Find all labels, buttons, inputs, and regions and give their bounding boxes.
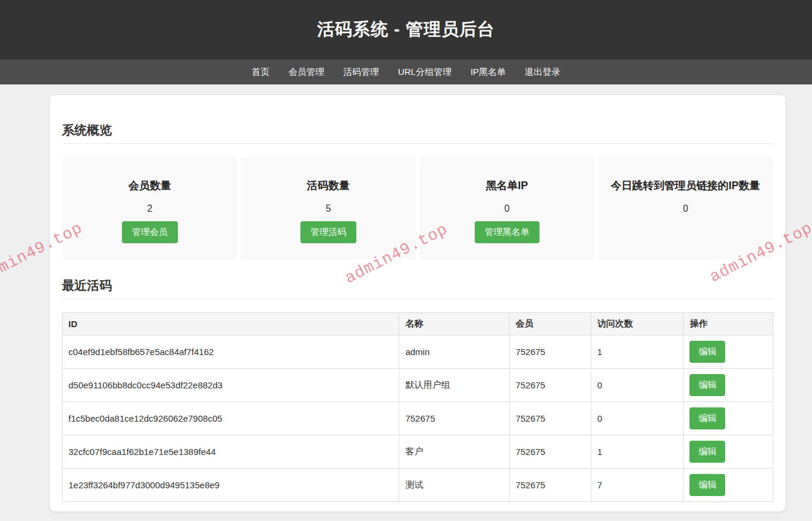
- nav-item-logout[interactable]: 退出登录: [525, 67, 560, 78]
- section-divider: [62, 299, 773, 299]
- col-header-name: 名称: [399, 313, 509, 335]
- content-card: 系统概览 会员数量 2 管理会员 活码数量 5 管理活码 黑名单IP 0 管理黑…: [50, 95, 785, 511]
- table-row: c04ef9d1ebf58fb657e5ac84af7f4162 admin 7…: [62, 335, 773, 369]
- cell-name: 测试: [399, 469, 509, 502]
- table-header-row: ID 名称 会员 访问次数 操作: [62, 313, 773, 335]
- cell-name: 客户: [399, 435, 509, 469]
- cell-name: 默认用户组: [399, 369, 509, 402]
- col-header-visits: 访问次数: [591, 313, 684, 335]
- page-title: 活码系统 - 管理员后台: [317, 18, 495, 42]
- edit-button[interactable]: 编辑: [689, 407, 725, 429]
- cell-actions: 编辑: [684, 469, 773, 502]
- stat-label: 黑名单IP: [428, 178, 587, 193]
- main-nav: 首页 会员管理 活码管理 URL分组管理 IP黑名单 退出登录: [0, 59, 812, 84]
- cell-id: c04ef9d1ebf58fb657e5ac84af7f4162: [62, 335, 399, 369]
- col-header-actions: 操作: [684, 313, 773, 335]
- cell-member: 752675: [509, 402, 591, 435]
- nav-item-url-groups[interactable]: URL分组管理: [398, 67, 452, 78]
- cell-visits: 0: [591, 369, 684, 402]
- nav-item-home[interactable]: 首页: [252, 67, 269, 78]
- manage-livecodes-button[interactable]: 管理活码: [300, 221, 356, 243]
- table-row: f1c5bec0da81ce12dc926062e7908c05 752675 …: [62, 402, 773, 435]
- edit-button[interactable]: 编辑: [689, 374, 725, 396]
- cell-id: 32cfc07f9caa1f62b1e71e5e1389fe44: [62, 435, 399, 469]
- nav-item-members[interactable]: 会员管理: [289, 67, 324, 78]
- cell-name: 752675: [399, 402, 509, 435]
- overview-title: 系统概览: [62, 121, 773, 139]
- cell-member: 752675: [509, 335, 591, 369]
- cell-actions: 编辑: [684, 369, 773, 402]
- stat-card-livecodes: 活码数量 5 管理活码: [240, 157, 416, 260]
- cell-member: 752675: [509, 369, 591, 402]
- cell-actions: 编辑: [684, 435, 773, 469]
- col-header-id: ID: [62, 313, 399, 335]
- table-row: d50e91106bb8dc0cc94e53df22e882d3 默认用户组 7…: [62, 369, 773, 402]
- stat-value: 0: [606, 203, 765, 214]
- overview-section: 系统概览 会员数量 2 管理会员 活码数量 5 管理活码 黑名单IP 0 管理黑…: [62, 121, 773, 260]
- col-header-member: 会员: [509, 313, 591, 335]
- cell-id: f1c5bec0da81ce12dc926062e7908c05: [62, 402, 399, 435]
- section-divider: [62, 143, 773, 144]
- cell-visits: 1: [591, 435, 684, 469]
- manage-blacklist-button[interactable]: 管理黑名单: [475, 221, 540, 243]
- cell-name: admin: [399, 335, 509, 369]
- cell-member: 752675: [509, 469, 591, 502]
- app-header: 活码系统 - 管理员后台: [0, 0, 812, 59]
- recent-codes-section: 最近活码 ID 名称 会员 访问次数 操作 c04ef9d1ebf58fb657…: [62, 277, 773, 502]
- edit-button[interactable]: 编辑: [689, 474, 725, 496]
- cell-id: 1e23ff3264bf977d3000d9495135e8e9: [62, 469, 399, 502]
- nav-item-ip-blacklist[interactable]: IP黑名单: [471, 67, 506, 78]
- recent-codes-table: ID 名称 会员 访问次数 操作 c04ef9d1ebf58fb657e5ac8…: [62, 312, 773, 502]
- cell-visits: 0: [591, 402, 684, 435]
- stat-label: 活码数量: [249, 178, 407, 193]
- cell-actions: 编辑: [684, 335, 773, 369]
- cell-visits: 1: [591, 335, 684, 369]
- stat-card-blacklist: 黑名单IP 0 管理黑名单: [419, 157, 595, 260]
- cell-visits: 7: [591, 469, 684, 502]
- stat-value: 5: [249, 203, 407, 214]
- stats-row: 会员数量 2 管理会员 活码数量 5 管理活码 黑名单IP 0 管理黑名单 今日…: [62, 157, 773, 260]
- edit-button[interactable]: 编辑: [689, 341, 725, 363]
- cell-member: 752675: [509, 435, 591, 469]
- nav-item-livecodes[interactable]: 活码管理: [343, 67, 379, 78]
- stat-label: 会员数量: [70, 178, 229, 193]
- table-row: 1e23ff3264bf977d3000d9495135e8e9 测试 7526…: [62, 469, 773, 502]
- stat-card-members: 会员数量 2 管理会员: [62, 157, 237, 260]
- manage-members-button[interactable]: 管理会员: [122, 221, 178, 243]
- stat-value: 0: [428, 203, 587, 214]
- cell-id: d50e91106bb8dc0cc94e53df22e882d3: [62, 369, 399, 402]
- stat-label: 今日跳转到管理员链接的IP数量: [606, 178, 765, 193]
- recent-codes-title: 最近活码: [62, 277, 773, 294]
- table-row: 32cfc07f9caa1f62b1e71e5e1389fe44 客户 7526…: [62, 435, 773, 469]
- stat-card-today-admin-ips: 今日跳转到管理员链接的IP数量 0: [598, 157, 773, 260]
- edit-button[interactable]: 编辑: [689, 441, 725, 463]
- cell-actions: 编辑: [684, 402, 773, 435]
- stat-value: 2: [70, 203, 229, 214]
